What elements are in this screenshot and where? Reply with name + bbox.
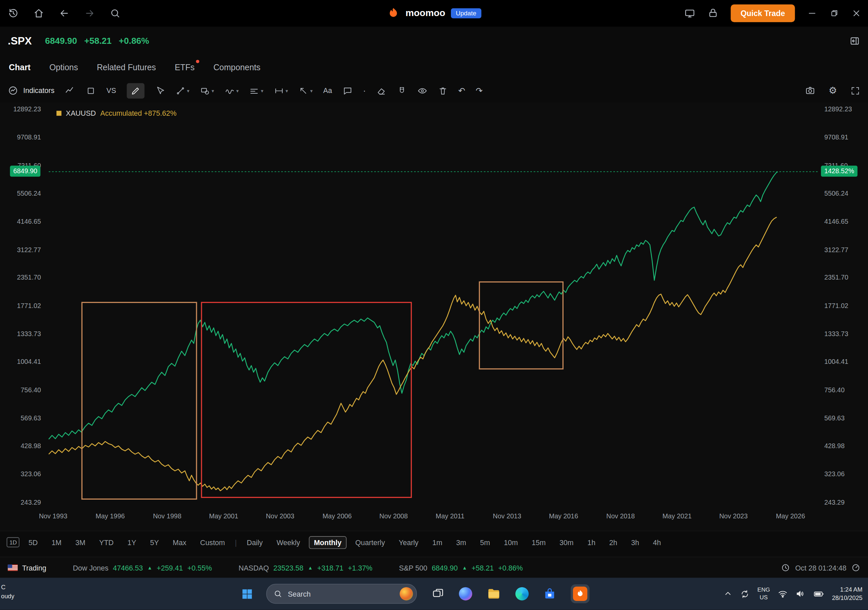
volume-icon[interactable] — [795, 589, 806, 599]
undo-icon[interactable]: ↶ — [458, 85, 465, 96]
update-sync-icon[interactable] — [740, 589, 750, 598]
fullscreen-icon[interactable] — [850, 85, 860, 96]
index-change-pct: +1.37% — [348, 563, 373, 572]
drawing-rectangle-2[interactable] — [201, 302, 412, 498]
lock-icon[interactable] — [707, 8, 718, 19]
maximize-icon[interactable] — [829, 8, 839, 19]
timeframe-3m[interactable]: 3m — [451, 536, 471, 548]
task-view-icon[interactable] — [431, 587, 445, 601]
timeframe-daily[interactable]: Daily — [242, 536, 268, 548]
quick-trade-button[interactable]: Quick Trade — [731, 4, 795, 22]
redo-icon[interactable]: ↷ — [476, 85, 483, 96]
history-icon[interactable] — [8, 8, 19, 19]
timeframe-3h[interactable]: 3h — [626, 536, 644, 548]
timeframe-30m[interactable]: 30m — [555, 536, 578, 548]
search-icon[interactable] — [110, 8, 121, 19]
drawing-rectangle-3[interactable] — [479, 281, 564, 369]
timeframe-custom[interactable]: Custom — [195, 536, 230, 548]
shapes-tool[interactable]: ▾ — [200, 85, 214, 96]
timeframe-1m[interactable]: 1m — [428, 536, 448, 548]
timeframe-4h[interactable]: 4h — [648, 536, 666, 548]
server-clock: Oct 28 01:24:48 — [795, 563, 846, 572]
timeframe-1d[interactable]: 1D — [7, 537, 20, 548]
tab-components[interactable]: Components — [213, 62, 260, 71]
timeframe-1y[interactable]: 1Y — [122, 536, 141, 548]
timeframe-2h[interactable]: 2h — [604, 536, 622, 548]
comment-tool-icon[interactable] — [343, 85, 353, 96]
copilot-icon[interactable] — [459, 587, 472, 601]
home-icon[interactable] — [33, 8, 44, 19]
timeframe-quarterly[interactable]: Quarterly — [350, 536, 390, 548]
screen-share-icon[interactable] — [684, 8, 695, 19]
timeframe-weekly[interactable]: Weekly — [272, 536, 305, 548]
eraser-tool-icon[interactable] — [376, 85, 386, 96]
close-icon[interactable] — [851, 8, 861, 19]
timeframe-1m[interactable]: 1M — [46, 536, 67, 548]
index-s-p-500[interactable]: S&P 5006849.90▲+58.21+0.86% — [399, 563, 523, 572]
visibility-eye-icon[interactable] — [417, 85, 428, 96]
taskbar-search-box[interactable]: Search — [267, 584, 417, 604]
x-axis-label: Nov 2008 — [379, 512, 408, 520]
lines-tool[interactable]: ▾ — [250, 85, 264, 96]
battery-icon[interactable] — [813, 588, 824, 599]
timeframe-10m[interactable]: 10m — [499, 536, 523, 548]
text-tool[interactable]: Aa — [323, 86, 332, 95]
draw-pen-tool[interactable] — [127, 83, 144, 98]
tab-chart[interactable]: Chart — [9, 62, 31, 71]
drawing-rectangle-1[interactable] — [81, 302, 197, 500]
screenshot-camera-icon[interactable] — [805, 85, 815, 96]
indicators-button[interactable]: Indicators — [8, 85, 54, 96]
tab-etfs[interactable]: ETFs — [175, 62, 195, 71]
wifi-icon[interactable] — [778, 589, 788, 599]
timeframe-3m[interactable]: 3M — [71, 536, 91, 548]
forward-icon[interactable] — [84, 8, 95, 19]
index-value: 47466.53 — [113, 563, 143, 572]
timeframe-monthly[interactable]: Monthly — [309, 536, 346, 548]
trendline-tool[interactable]: ▾ — [175, 85, 189, 96]
timeframe-ytd[interactable]: YTD — [94, 536, 119, 548]
timeframe-yearly[interactable]: Yearly — [394, 536, 423, 548]
timeframe-1h[interactable]: 1h — [583, 536, 601, 548]
timeframe-5d[interactable]: 5D — [23, 536, 42, 548]
back-icon[interactable] — [59, 8, 70, 19]
weather-widget[interactable]: C oudy — [1, 583, 14, 601]
x-axis-label: Nov 2013 — [493, 512, 521, 520]
measure-tool[interactable]: ▾ — [274, 85, 288, 96]
trading-status[interactable]: Trading — [8, 563, 46, 572]
taskbar-clock[interactable]: 1:24 AM 28/10/2025 — [832, 585, 862, 602]
microsoft-store-icon[interactable] — [543, 587, 556, 601]
arrow-tool[interactable]: ▾ — [298, 85, 313, 96]
weather-line1: C — [1, 583, 14, 592]
language-indicator[interactable]: ENG US — [757, 586, 770, 601]
timeframe-5m[interactable]: 5m — [475, 536, 495, 548]
file-explorer-icon[interactable] — [487, 587, 501, 601]
cursor-tool-icon[interactable] — [155, 85, 165, 96]
line-chart-type-icon[interactable] — [65, 85, 75, 96]
windows-start-button[interactable] — [242, 589, 252, 598]
timeframe-max[interactable]: Max — [168, 536, 191, 548]
tab-related-futures[interactable]: Related Futures — [97, 62, 156, 71]
index-dow-jones[interactable]: Dow Jones47466.53▲+259.41+0.55% — [73, 563, 212, 572]
compare-vs-button[interactable]: VS — [107, 86, 116, 95]
timeframe-5y[interactable]: 5Y — [145, 536, 164, 548]
minimize-icon[interactable] — [807, 8, 817, 19]
timeframe-15m[interactable]: 15m — [527, 536, 551, 548]
settings-gear-icon[interactable]: ⚙ — [829, 85, 837, 96]
magnet-tool-icon[interactable] — [397, 85, 407, 96]
taskbar-chevron-up-icon[interactable] — [724, 589, 733, 598]
chart-area[interactable]: XAUUSD Accumulated +875.62% 12892.239708… — [0, 102, 868, 531]
trash-icon[interactable] — [438, 85, 448, 96]
network-status-icon[interactable] — [851, 563, 860, 572]
update-badge[interactable]: Update — [451, 8, 481, 19]
tab-options[interactable]: Options — [50, 62, 78, 71]
chart-legend[interactable]: XAUUSD Accumulated +875.62% — [56, 109, 177, 117]
wave-tool[interactable]: ▾ — [225, 85, 239, 96]
legend-symbol: XAUUSD — [66, 109, 96, 117]
index-nasdaq[interactable]: NASDAQ23523.58▲+318.71+1.37% — [239, 563, 373, 572]
collapse-panel-icon[interactable] — [849, 36, 860, 47]
edge-browser-icon[interactable] — [515, 587, 529, 601]
moomoo-app-icon[interactable] — [571, 584, 590, 603]
x-axis-label: May 2011 — [436, 512, 465, 520]
search-highlight-image[interactable] — [400, 587, 413, 601]
candle-chart-type-icon[interactable] — [86, 85, 96, 96]
